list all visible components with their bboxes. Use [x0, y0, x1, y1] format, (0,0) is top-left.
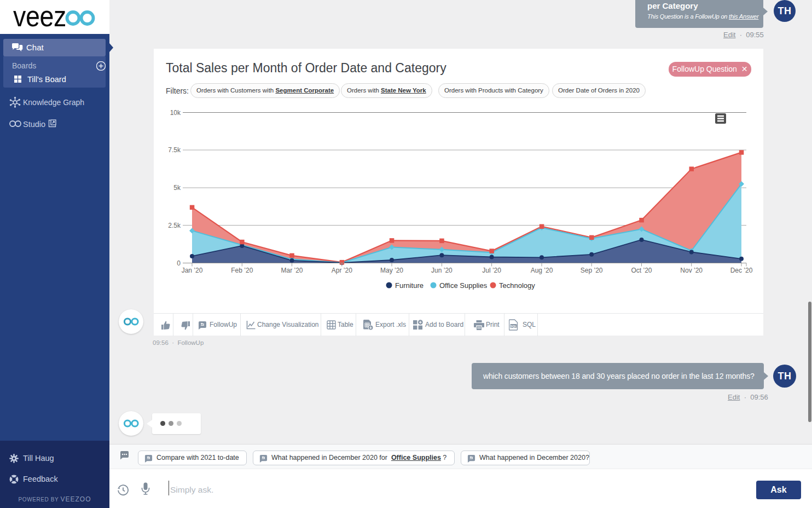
- svg-text:7.5k: 7.5k: [168, 146, 181, 154]
- svg-text:Jun ’20: Jun ’20: [431, 267, 453, 274]
- svg-text:Aug ’20: Aug ’20: [531, 267, 553, 274]
- svg-text:Feb ’20: Feb ’20: [231, 267, 253, 274]
- svg-text:Apr ’20: Apr ’20: [332, 267, 352, 274]
- svg-text:Dec ’20: Dec ’20: [730, 267, 753, 274]
- svg-text:10k: 10k: [170, 109, 181, 117]
- svg-text:May ’20: May ’20: [380, 267, 403, 274]
- svg-text:Jan ’20: Jan ’20: [182, 267, 203, 274]
- svg-text:SQL: SQL: [511, 325, 517, 328]
- svg-text:5k: 5k: [173, 184, 181, 192]
- svg-text:Jul ’20: Jul ’20: [482, 267, 501, 274]
- svg-text:Sep ’20: Sep ’20: [581, 267, 603, 274]
- svg-text:Office Supplies: Office Supplies: [439, 281, 488, 290]
- svg-text:0: 0: [177, 259, 181, 267]
- svg-text:Furniture: Furniture: [395, 281, 424, 290]
- svg-text:Oct ’20: Oct ’20: [631, 267, 652, 274]
- svg-text:2.5k: 2.5k: [168, 222, 181, 229]
- svg-text:Mar ’20: Mar ’20: [281, 267, 303, 274]
- svg-text:Nov ’20: Nov ’20: [680, 267, 703, 274]
- svg-text:Technology: Technology: [499, 281, 535, 290]
